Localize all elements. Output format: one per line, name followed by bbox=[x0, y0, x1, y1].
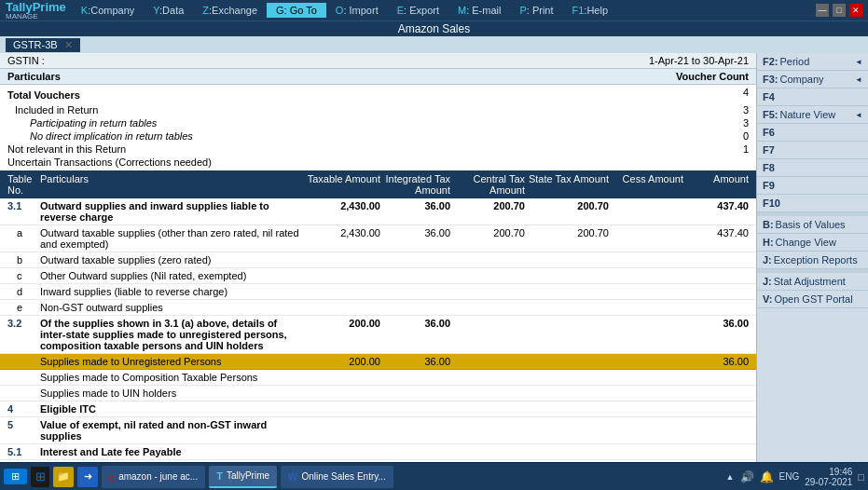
title-bar: Amazon Sales bbox=[0, 20, 868, 36]
table-row[interactable]: b Outward taxable supplies (zero rated) bbox=[0, 252, 756, 268]
maximize-button[interactable]: □ bbox=[833, 4, 846, 17]
taskbar-start-button[interactable]: ⊞ bbox=[4, 469, 27, 484]
row-cess bbox=[609, 446, 683, 457]
table-row[interactable]: d Inward supplies (liable to reverse cha… bbox=[0, 284, 756, 300]
sidebar-f4[interactable]: F4 bbox=[757, 88, 868, 106]
sidebar-f5-nature[interactable]: F5:Nature View bbox=[757, 106, 868, 124]
menu-data[interactable]: Y:Data bbox=[144, 3, 193, 18]
table-row[interactable]: Supplies made to Composition Taxable Per… bbox=[0, 370, 756, 386]
taskbar-tally[interactable]: T TallyPrime bbox=[209, 466, 277, 488]
row-integrated bbox=[380, 270, 450, 281]
taskbar-datetime: 19:46 29-07-2021 bbox=[805, 467, 852, 487]
menu-email[interactable]: M: E-mail bbox=[448, 3, 510, 18]
tab-gstr3b[interactable]: GSTR-3B ✕ bbox=[6, 38, 80, 52]
taskbar-arrow-icon[interactable]: ➜ bbox=[77, 467, 98, 487]
row-tax bbox=[683, 419, 749, 442]
sidebar-f9[interactable]: F9 bbox=[757, 177, 868, 195]
row-tax: 36.00 bbox=[683, 318, 749, 351]
menu-items: K:Company Y:Data Z:Exchange G: Go To O: … bbox=[72, 3, 816, 18]
taskbar-explorer-icon[interactable]: ⊞ bbox=[31, 467, 49, 487]
row-integrated bbox=[380, 419, 450, 442]
not-relevant-row: Not relevant in this Return 1 bbox=[7, 143, 749, 156]
content-area: GSTIN : 1-Apr-21 to 30-Apr-21 Particular… bbox=[0, 53, 756, 462]
menu-print[interactable]: P: Print bbox=[510, 3, 562, 18]
tab-close-icon[interactable]: ✕ bbox=[64, 39, 73, 50]
menu-company[interactable]: K:Company bbox=[72, 3, 144, 18]
table-row[interactable]: 3.2 Of the supplies shown in 3.1 (a) abo… bbox=[0, 316, 756, 354]
sidebar-basis-values[interactable]: B:Basis of Values bbox=[757, 216, 868, 234]
taskbar-language: ENG bbox=[779, 471, 800, 482]
total-vouchers-section: Total Vouchers 4 Included in Return 3 Pa… bbox=[0, 85, 756, 169]
sidebar-f3-company[interactable]: F3:Company bbox=[757, 71, 868, 88]
row-no bbox=[7, 356, 40, 367]
taskbar-notification-icon[interactable]: □ bbox=[858, 471, 864, 483]
sidebar-f2-period[interactable]: F2:Period bbox=[757, 53, 868, 71]
sidebar-f10[interactable]: F10 bbox=[757, 195, 868, 212]
not-relevant-label: Not relevant in this Return bbox=[7, 143, 126, 155]
row-integrated bbox=[380, 372, 450, 383]
sidebar-exception[interactable]: J:Exception Reports bbox=[757, 252, 868, 269]
row-taxable bbox=[301, 419, 380, 442]
sidebar-f8[interactable]: F8 bbox=[757, 159, 868, 177]
table-row-highlighted[interactable]: Supplies made to Unregistered Persons 20… bbox=[0, 354, 756, 370]
minimize-button[interactable]: — bbox=[816, 4, 829, 17]
row-cess bbox=[609, 419, 683, 442]
menu-exchange[interactable]: Z:Exchange bbox=[193, 3, 267, 18]
no-direct-count: 0 bbox=[743, 130, 749, 142]
sidebar-stat-adjustment[interactable]: J:Stat Adjustment bbox=[757, 273, 868, 291]
row-taxable: 2,430.00 bbox=[301, 200, 380, 223]
not-relevant-count: 1 bbox=[743, 143, 749, 155]
menu-goto[interactable]: G: Go To bbox=[267, 3, 326, 18]
table-row[interactable]: Supplies made to UIN holders bbox=[0, 386, 756, 402]
table-row[interactable]: a Outward taxable supplies (other than z… bbox=[0, 225, 756, 252]
date-range: 1-Apr-21 to 30-Apr-21 bbox=[649, 55, 749, 66]
row-cess bbox=[609, 270, 683, 281]
row-cess bbox=[609, 356, 683, 367]
taskbar-up-arrow[interactable]: ▲ bbox=[726, 472, 735, 482]
taskbar-amazon[interactable]: e amazon - june ac... bbox=[102, 466, 205, 488]
table-row[interactable]: 5.1 Interest and Late fee Payable bbox=[0, 444, 756, 460]
table-row[interactable]: 3.1 Outward supplies and inward supplies… bbox=[0, 198, 756, 225]
th-particulars: Particulars bbox=[40, 173, 301, 196]
row-no: 4 bbox=[7, 403, 40, 415]
row-tax bbox=[683, 446, 749, 457]
table-row[interactable]: 5 Value of exempt, nil rated and non-GST… bbox=[0, 417, 756, 444]
included-count: 3 bbox=[743, 104, 749, 116]
menu-export[interactable]: E: Export bbox=[388, 3, 448, 18]
table-row[interactable]: 4 Eligible ITC bbox=[0, 402, 756, 417]
uncertain-row: Uncertain Transactions (Corrections need… bbox=[7, 156, 749, 169]
row-tax bbox=[683, 388, 749, 399]
table-row[interactable]: e Non-GST outward supplies bbox=[0, 300, 756, 316]
sidebar-f7[interactable]: F7 bbox=[757, 142, 868, 159]
close-button[interactable]: ✕ bbox=[849, 4, 862, 17]
th-integrated: Integrated Tax Amount bbox=[380, 173, 450, 196]
sidebar-open-gst[interactable]: V:Open GST Portal bbox=[757, 291, 868, 308]
row-state bbox=[525, 419, 609, 442]
voucher-count-label: Voucher Count bbox=[676, 71, 749, 82]
row-particulars: Outward supplies and inward supplies lia… bbox=[40, 200, 301, 223]
app-logo[interactable]: TallyPrime MANAGE bbox=[6, 1, 66, 20]
row-particulars: Supplies made to UIN holders bbox=[40, 388, 301, 399]
row-state: 200.70 bbox=[525, 200, 609, 223]
row-taxable: 200.00 bbox=[301, 356, 380, 367]
included-label: Included in Return bbox=[7, 104, 98, 116]
row-tax bbox=[683, 403, 749, 415]
row-state bbox=[525, 372, 609, 383]
row-central bbox=[450, 318, 525, 351]
right-sidebar: F2:Period F3:Company F4 F5:Nature View F… bbox=[756, 53, 868, 462]
menu-help[interactable]: F1:Help bbox=[563, 3, 618, 18]
manage-label: MANAGE bbox=[6, 13, 66, 20]
row-no: 5.1 bbox=[7, 446, 40, 457]
sidebar-f6[interactable]: F6 bbox=[757, 124, 868, 142]
row-taxable bbox=[301, 270, 380, 281]
table-row[interactable]: c Other Outward supplies (Nil rated, exe… bbox=[0, 268, 756, 284]
taskbar-folder-icon[interactable]: 📁 bbox=[53, 467, 74, 487]
sidebar-change-view[interactable]: H:Change View bbox=[757, 234, 868, 252]
row-integrated: 36.00 bbox=[380, 318, 450, 351]
th-taxable: Taxable Amount bbox=[301, 173, 380, 196]
menu-import[interactable]: O: Import bbox=[326, 3, 388, 18]
taskbar-word[interactable]: W Online Sales Entry... bbox=[281, 466, 393, 488]
row-particulars: Other Outward supplies (Nil rated, exemp… bbox=[40, 270, 301, 281]
row-central bbox=[450, 286, 525, 297]
row-central bbox=[450, 302, 525, 313]
